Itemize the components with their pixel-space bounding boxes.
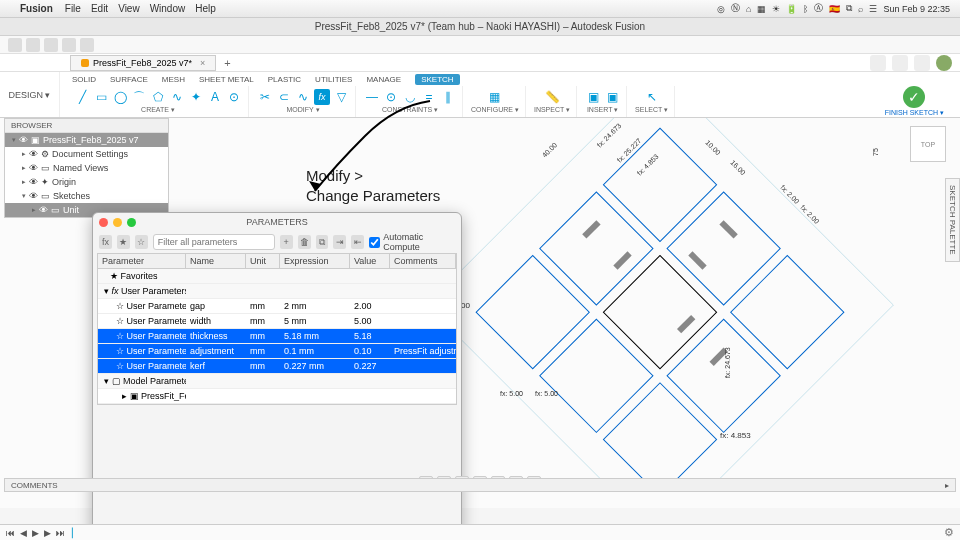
search-icon[interactable]: ⌕ [858,4,863,14]
redo-icon[interactable] [80,38,94,52]
configure-icon[interactable]: ▦ [487,89,503,105]
line-icon[interactable]: ╱ [74,89,90,105]
col-value[interactable]: Value [350,254,390,268]
rectangle-icon[interactable]: ▭ [93,89,109,105]
help-icon[interactable] [914,55,930,71]
menu-window[interactable]: Window [150,3,186,14]
user-params-group[interactable]: ▾ fx User Parameters [98,284,456,299]
horizontal-icon[interactable]: ― [364,89,380,105]
tab-utilities[interactable]: UTILITIES [315,75,352,84]
col-comments[interactable]: Comments [390,254,456,268]
filter-input[interactable] [153,234,275,250]
viewcube[interactable]: TOP [910,126,946,162]
browser-item[interactable]: ▸ 👁 ▭ Named Views [5,161,168,175]
svg-text:75: 75 [872,148,879,156]
arc-icon[interactable]: ⌒ [131,89,147,105]
parameter-row[interactable]: ☆ User Parameterwidthmm5 mm5.00 [98,314,456,329]
import-icon[interactable]: ⇥ [333,235,346,249]
text-icon[interactable]: A [207,89,223,105]
save-icon[interactable] [44,38,58,52]
point-icon[interactable]: ✦ [188,89,204,105]
col-expression[interactable]: Expression [280,254,350,268]
apps-icon[interactable] [8,38,22,52]
export-icon[interactable]: ⇤ [351,235,364,249]
timeline-start-icon[interactable]: ⏮ [6,528,15,538]
coincident-icon[interactable]: ◡ [402,89,418,105]
parallel-icon[interactable]: ∥ [440,89,456,105]
change-parameters-icon[interactable]: fx [314,89,330,105]
menu-view[interactable]: View [118,3,140,14]
notifications-icon[interactable] [892,55,908,71]
extend-icon[interactable]: ⊂ [276,89,292,105]
auto-compute-checkbox[interactable] [369,237,380,248]
equal-icon[interactable]: = [421,89,437,105]
col-name[interactable]: Name [186,254,246,268]
timeline-prev-icon[interactable]: ◀ [20,528,27,538]
select-icon[interactable]: ↖ [644,89,660,105]
tab-manage[interactable]: MANAGE [366,75,401,84]
sketch-palette-tab[interactable]: SKETCH PALETTE [945,178,960,262]
menu-file[interactable]: File [65,3,81,14]
avatar[interactable] [936,55,952,71]
star-icon[interactable]: ★ [117,235,130,249]
expand-icon[interactable]: ▸ [945,481,949,490]
trim-icon[interactable]: ✂ [257,89,273,105]
tab-sheetmetal[interactable]: SHEET METAL [199,75,254,84]
parameter-row[interactable]: ☆ User Parameterkerfmm0.227 mm0.227 [98,359,456,374]
tab-surface[interactable]: SURFACE [110,75,148,84]
delete-icon[interactable]: 🗑 [298,235,311,249]
extensions-icon[interactable] [870,55,886,71]
spline-icon[interactable]: ∿ [169,89,185,105]
col-unit[interactable]: Unit [246,254,280,268]
browser-item[interactable]: ▸ 👁 ✦ Origin [5,175,168,189]
circle-icon[interactable]: ◯ [112,89,128,105]
tab-sketch[interactable]: SKETCH [415,74,459,85]
control-center-icon[interactable]: ☰ [869,4,877,14]
new-tab-button[interactable]: + [220,57,234,69]
offset-icon[interactable]: ∿ [295,89,311,105]
quick-access-toolbar [0,36,960,54]
timeline-next-icon[interactable]: ▶ [44,528,51,538]
slot-icon[interactable]: ⊙ [226,89,242,105]
undo-icon[interactable] [62,38,76,52]
model-child[interactable]: ▸ ▣ PressFit_Feb8... [98,389,456,404]
insert-icon[interactable]: ▣ [585,89,601,105]
model-params-group[interactable]: ▾ ▢ Model Parameters [98,374,456,389]
app-name[interactable]: Fusion [20,3,53,14]
star-outline-icon[interactable]: ☆ [135,235,148,249]
window-titlebar: PressFit_Feb8_2025 v7* (Team hub – Naoki… [0,18,960,36]
doc-tab[interactable]: PressFit_Feb8_2025 v7* × [70,55,216,71]
clock[interactable]: Sun Feb 9 22:35 [883,4,950,14]
parameter-row[interactable]: ☆ User Parameteradjustmentmm0.1 mm0.10Pr… [98,344,456,359]
timeline-end-icon[interactable]: ⏭ [56,528,65,538]
tab-plastic[interactable]: PLASTIC [268,75,301,84]
auto-compute-toggle[interactable]: Automatic Compute [369,232,455,252]
copy-icon[interactable]: ⧉ [316,235,329,249]
inspect-icon[interactable]: 📏 [544,89,560,105]
comments-bar[interactable]: COMMENTS ▸ [4,478,956,492]
col-parameter[interactable]: Parameter [98,254,186,268]
favorites-group[interactable]: ★ Favorites [98,269,456,284]
menu-help[interactable]: Help [195,3,216,14]
file-icon[interactable] [26,38,40,52]
fx-icon[interactable]: fx [99,235,112,249]
mirror-icon[interactable]: ▽ [333,89,349,105]
insert-icon2[interactable]: ▣ [604,89,620,105]
menu-edit[interactable]: Edit [91,3,108,14]
parameter-row[interactable]: ☆ User Parametergapmm2 mm2.00 [98,299,456,314]
browser-item[interactable]: ▾ 👁 ▭ Sketches [5,189,168,203]
timeline-marker-icon[interactable]: ⎮ [70,528,75,538]
close-tab-icon[interactable]: × [200,58,205,68]
settings-icon[interactable]: ⚙ [944,526,954,539]
polygon-icon[interactable]: ⬠ [150,89,166,105]
browser-item[interactable]: ▾ 👁 ▣ PressFit_Feb8_2025 v7 [5,133,168,147]
timeline-play-icon[interactable]: ▶ [32,528,39,538]
tab-solid[interactable]: SOLID [72,75,96,84]
workspace-dropdown[interactable]: DESIGN ▾ [0,72,60,117]
parameter-row[interactable]: ☆ User Parameterthicknessmm5.18 mm5.18 [98,329,456,344]
browser-item[interactable]: ▸ 👁 ⚙ Document Settings [5,147,168,161]
add-icon[interactable]: + [280,235,293,249]
tab-mesh[interactable]: MESH [162,75,185,84]
finish-sketch-button[interactable]: ✓ FINISH SKETCH ▾ [877,86,952,117]
dimension-icon[interactable]: ⊙ [383,89,399,105]
